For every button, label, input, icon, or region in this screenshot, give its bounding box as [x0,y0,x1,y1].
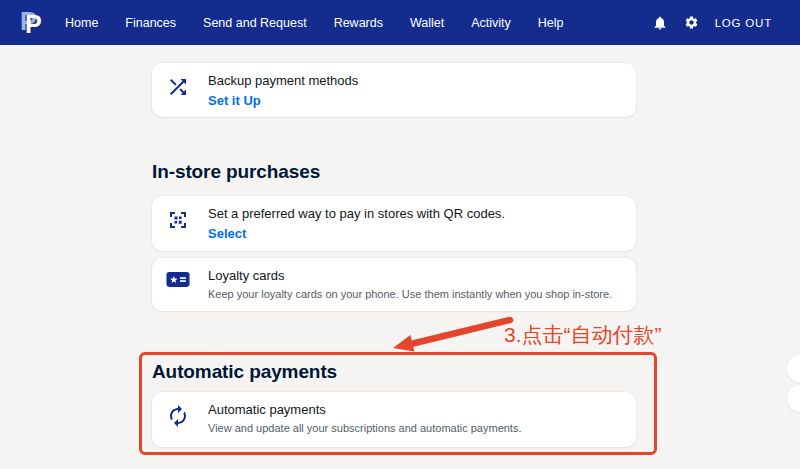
loyalty-cards-card[interactable]: Loyalty cards Keep your loyalty cards on… [152,258,636,311]
paypal-logo[interactable]: P P [20,7,50,39]
sync-arrows-icon [166,404,192,438]
loyalty-card-icon [166,270,192,302]
select-link[interactable]: Select [208,226,246,241]
annotation-step-text: 3.点击“自动付款” [504,321,662,349]
nav-item-wallet[interactable]: Wallet [410,16,444,30]
qr-card-title: Set a preferred way to pay in stores wit… [208,205,505,224]
logout-button[interactable]: LOG OUT [715,17,772,29]
loyalty-card-body: Loyalty cards Keep your loyalty cards on… [208,267,612,302]
gear-icon[interactable] [684,15,699,30]
automatic-card-body: Automatic payments View and update all y… [208,401,521,438]
automatic-card-title: Automatic payments [208,401,521,420]
automatic-payments-heading: Automatic payments [152,361,337,383]
nav-item-send-and-request[interactable]: Send and Request [203,16,307,30]
navbar-right: LOG OUT [652,15,772,31]
paypal-logo-front-p: P [25,12,42,37]
shuffle-arrows-icon [166,75,192,108]
nav-item-rewards[interactable]: Rewards [334,16,383,30]
qr-scan-icon [166,208,192,242]
nav-item-home[interactable]: Home [65,16,98,30]
automatic-card-description: View and update all your subscriptions a… [208,420,521,437]
floating-widget-circle-top[interactable] [787,355,800,382]
main-nav: Home Finances Send and Request Rewards W… [65,16,564,30]
loyalty-card-title: Loyalty cards [208,267,612,286]
bell-icon[interactable] [652,15,668,31]
backup-card-title: Backup payment methods [208,72,358,91]
loyalty-card-description: Keep your loyalty cards on your phone. U… [208,286,612,303]
nav-item-finances[interactable]: Finances [125,16,176,30]
navbar: P P Home Finances Send and Request Rewar… [0,0,800,45]
floating-widget-circle-bottom[interactable] [787,385,800,412]
paypal-settings-page: P P Home Finances Send and Request Rewar… [0,0,800,469]
backup-card-body: Backup payment methods Set it Up [208,72,358,108]
nav-item-activity[interactable]: Activity [471,16,511,30]
qr-card-body: Set a preferred way to pay in stores wit… [208,205,505,242]
red-arrow-icon [385,314,520,359]
nav-item-help[interactable]: Help [538,16,564,30]
backup-payment-methods-card[interactable]: Backup payment methods Set it Up [152,63,636,117]
instore-purchases-heading: In-store purchases [152,161,320,183]
automatic-payments-card[interactable]: Automatic payments View and update all y… [152,392,636,447]
qr-codes-card[interactable]: Set a preferred way to pay in stores wit… [152,196,636,251]
set-it-up-link[interactable]: Set it Up [208,93,261,108]
